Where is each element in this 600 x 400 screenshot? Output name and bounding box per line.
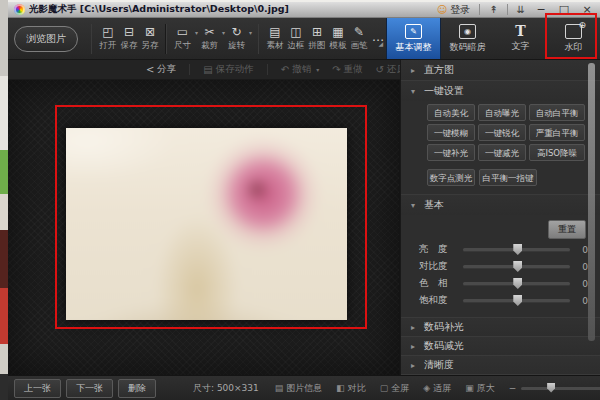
toolbar-save-label: 保存	[120, 40, 137, 52]
zoom-out-button[interactable]: −	[509, 383, 517, 393]
onekey-blur-button[interactable]: 一键模糊	[427, 124, 475, 141]
chevron-down-icon: ▾	[411, 87, 418, 96]
toolbar-save[interactable]: ⊟ 保存	[120, 25, 137, 52]
annotation-box-image	[55, 105, 367, 329]
section-digital-dim-light[interactable]: ▸ 数码减光	[401, 336, 600, 355]
toolbar-brush[interactable]: ✎ 画笔	[350, 25, 367, 52]
onekey-dim-light-button[interactable]: 一键减光	[478, 144, 526, 161]
section-clarity[interactable]: ▸ 清晰度	[401, 355, 600, 374]
toolbar-material[interactable]: ▤ 素材	[266, 25, 283, 52]
save-action-button[interactable]: ▤ 保存动作	[203, 63, 253, 76]
toolbar-border-label: 边框	[287, 40, 304, 52]
section-onekey[interactable]: ▾ 一键设置	[401, 80, 600, 101]
image-info-button[interactable]: ▤ 图片信息	[275, 382, 323, 395]
slider-row-contrast: 对比度 0	[401, 258, 600, 275]
border-icon: ◫	[290, 25, 301, 39]
chevron-down-icon[interactable]: ▾	[195, 29, 198, 36]
divider	[267, 64, 268, 75]
image-canvas[interactable]	[8, 80, 400, 375]
onekey-sharpen-button[interactable]: 一键锐化	[478, 124, 526, 141]
previous-image-button[interactable]: 上一张	[14, 379, 61, 398]
toolbar-resize[interactable]: ▭ 尺寸 ▾	[174, 25, 191, 52]
upgrade-icon[interactable]: ↟	[489, 4, 497, 15]
zoom-slider[interactable]	[521, 387, 600, 390]
fit-screen-button[interactable]: ◈ 适屏	[423, 382, 451, 395]
zoom-slider-thumb[interactable]	[547, 383, 555, 393]
tab-text[interactable]: T 文字	[494, 18, 547, 59]
browse-images-button[interactable]: 浏览图片	[14, 26, 78, 52]
white-balance-onetouch-button[interactable]: 白平衡一指键	[479, 169, 537, 186]
brightness-slider[interactable]	[463, 248, 570, 251]
onekey-button-grid: 自动美化 自动曝光 自动白平衡 一键模糊 一键锐化 严重白平衡 一键补光 一键减…	[427, 104, 600, 161]
collage-icon: ⊞	[312, 25, 322, 39]
toolbar-open[interactable]: ◰ 打开	[99, 25, 116, 52]
brightness-label: 亮 度	[419, 243, 455, 256]
section-digital-fill-light[interactable]: ▸ 数码补光	[401, 317, 600, 336]
slider-thumb[interactable]	[513, 244, 522, 255]
tab-basic-adjust[interactable]: ✎ 基本调整	[386, 18, 441, 59]
chevron-down-icon[interactable]: ▾	[222, 29, 225, 36]
toolbar-brush-label: 画笔	[350, 40, 367, 52]
main-toolbar: 浏览图片 ◰ 打开 ⊟ 保存 ⊠ 另存 ▭ 尺寸 ▾ ✂ 裁剪	[8, 18, 600, 60]
auto-exposure-button[interactable]: 自动曝光	[478, 104, 526, 121]
toolbar-template[interactable]: ▦ 模板	[329, 25, 346, 52]
hue-slider[interactable]	[463, 282, 570, 285]
slider-thumb[interactable]	[513, 295, 522, 306]
slider-thumb[interactable]	[513, 261, 522, 272]
onekey-fill-light-button[interactable]: 一键补光	[427, 144, 475, 161]
saturation-slider[interactable]	[463, 299, 570, 302]
skin-menu-icon[interactable]: ⇊	[517, 4, 525, 15]
auto-beautify-button[interactable]: 自动美化	[427, 104, 475, 121]
delete-image-button[interactable]: 删除	[118, 379, 156, 398]
app-logo-icon	[14, 4, 25, 15]
compare-label: 对比	[348, 382, 366, 395]
desktop-fragment	[0, 344, 8, 374]
toolbar-material-label: 素材	[266, 40, 283, 52]
contrast-value: 0	[578, 262, 588, 272]
chevron-right-icon: ▸	[411, 361, 418, 370]
divider	[189, 64, 190, 75]
redo-button[interactable]: ↷ 重做	[332, 63, 362, 76]
slider-thumb[interactable]	[513, 278, 522, 289]
section-basic[interactable]: ▾ 基本	[401, 194, 600, 215]
desktop-fragment	[0, 0, 8, 76]
auto-white-balance-button[interactable]: 自动白平衡	[529, 104, 585, 121]
undo-button[interactable]: ↶ 撤销 ▾	[281, 63, 319, 76]
share-button[interactable]: < 分享	[146, 63, 176, 76]
chevron-right-icon: ▸	[411, 66, 418, 75]
login-button[interactable]: ☺ 登录	[437, 3, 470, 17]
rotate-icon: ↻	[231, 25, 241, 39]
compare-button[interactable]: ◧ 对比	[336, 382, 366, 395]
edit-pencil-icon: ✎	[405, 24, 422, 39]
desktop-fragment	[0, 194, 8, 230]
titlebar[interactable]: 光影魔术手 [C:\Users\Administrator\Desktop\0.…	[8, 2, 600, 18]
toolbar-rotate[interactable]: ↻ 旋转 ▾	[228, 25, 245, 52]
digital-spot-meter-button[interactable]: 数字点测光	[427, 169, 475, 186]
tab-text-label: 文字	[512, 40, 530, 53]
toolbar-collage[interactable]: ⊞ 拼图	[308, 25, 325, 52]
high-iso-denoise-button[interactable]: 高ISO降噪	[529, 144, 585, 161]
tab-digital-darkroom[interactable]: ◉ 数码暗房	[441, 18, 494, 59]
reset-row: 重置	[401, 215, 600, 241]
desktop-fragment	[0, 288, 8, 344]
toolbar-border[interactable]: ◫ 边框	[287, 25, 304, 52]
chevron-down-icon[interactable]: ▾	[249, 29, 252, 36]
severe-white-balance-button[interactable]: 严重白平衡	[529, 124, 585, 141]
adjust-panel: ▸ 直方图 ▾ 一键设置 自动美化 自动曝光 自动白平衡 一键模糊 一键锐化 严…	[400, 60, 600, 375]
redo-icon: ↷	[332, 64, 340, 75]
login-label: 登录	[450, 3, 470, 17]
reset-button[interactable]: 重置	[548, 220, 586, 239]
fullscreen-button[interactable]: ▢ 全屏	[380, 382, 410, 395]
toolbar-more[interactable]: ⋯ ◢	[371, 30, 384, 47]
brush-icon: ✎	[354, 25, 364, 39]
next-image-button[interactable]: 下一张	[66, 379, 113, 398]
toolbar-save-as[interactable]: ⊠ 另存	[141, 25, 158, 52]
save-action-label: 保存动作	[216, 63, 254, 76]
contrast-slider[interactable]	[463, 265, 570, 268]
section-histogram[interactable]: ▸ 直方图	[401, 60, 600, 80]
chevron-down-icon[interactable]: ▾	[316, 66, 319, 73]
toolbar-crop[interactable]: ✂ 裁剪 ▾	[201, 25, 218, 52]
image-info-label: 图片信息	[286, 382, 322, 395]
panel-scrollbar[interactable]	[588, 63, 595, 341]
actual-size-button[interactable]: ▣ 原大	[465, 382, 495, 395]
